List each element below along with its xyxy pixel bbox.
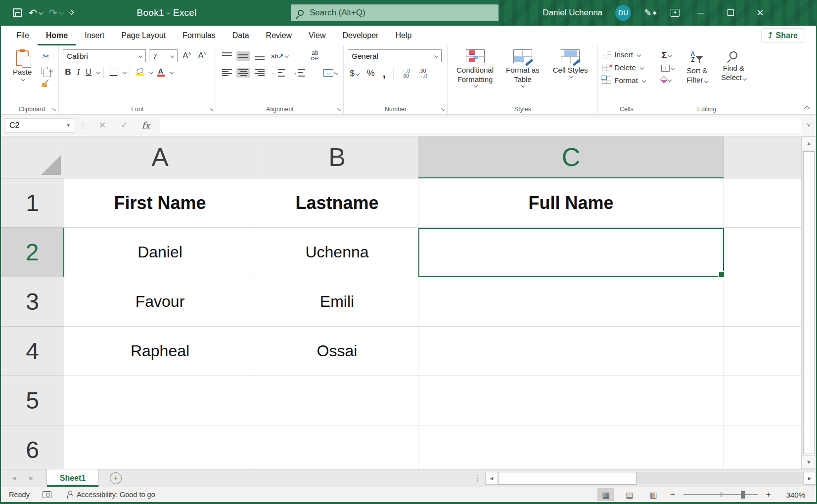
top-align-button[interactable] [220,51,234,61]
save-button[interactable] [13,8,22,17]
cell-a4[interactable]: Rapheal [64,327,256,376]
cell-a6[interactable] [64,425,256,469]
tab-page-layout[interactable]: Page Layout [113,26,174,45]
zoom-slider-thumb[interactable] [741,491,745,499]
cell-b1[interactable]: Lastname [256,178,418,228]
borders-dropdown-icon[interactable] [123,70,127,74]
normal-view-button[interactable]: ▦ [597,488,614,501]
row-header-2-selected[interactable]: 2 [1,228,64,277]
fill-button[interactable]: ↓ [659,64,676,73]
copy-dropdown-icon[interactable] [49,68,53,72]
italic-button[interactable]: I [75,66,82,78]
paste-dropdown-icon[interactable] [21,77,25,81]
horizontal-scrollbar-track[interactable] [498,472,803,484]
decrease-decimal-button[interactable]: .00→.0 [416,68,429,80]
tab-home[interactable]: Home [38,26,76,45]
cell-d4[interactable] [724,327,801,376]
cell-d6[interactable] [724,425,801,469]
number-format-select[interactable]: General [348,49,442,62]
row-header-1[interactable]: 1 [1,178,64,228]
comma-style-button[interactable]: , [381,69,388,78]
insert-cells-button[interactable]: Insert [602,50,645,59]
decrease-indent-button[interactable]: ← [269,68,287,78]
percent-style-button[interactable]: % [365,67,377,80]
tab-splitter-icon[interactable]: ⋮ [470,469,485,487]
minimize-button[interactable]: ─ [692,8,709,18]
cell-b4[interactable]: Ossai [256,327,418,376]
avatar[interactable]: DU [615,5,631,21]
undo-button[interactable]: ↶ [29,7,42,19]
underline-button[interactable]: U [84,67,93,78]
cut-button[interactable]: ✂ [40,50,54,63]
horizontal-scrollbar-thumb[interactable] [498,472,636,485]
customize-qat-button[interactable] [69,11,73,15]
column-header-partial[interactable] [724,136,801,178]
paste-button[interactable]: Paste [9,49,36,82]
conditional-formatting-button[interactable]: Conditional Formatting [452,49,498,87]
row-header-5[interactable]: 5 [1,376,64,425]
orientation-button[interactable]: ab↗ [269,51,290,61]
vertical-scrollbar-thumb[interactable] [803,151,815,454]
new-sheet-button[interactable]: + [110,472,122,484]
delete-cells-button[interactable]: Delete [602,63,645,72]
cell-styles-button[interactable]: Cell Styles [547,49,593,78]
confirm-entry-button[interactable]: ✓ [113,120,135,130]
sheet-tab-sheet1[interactable]: Sheet1 [46,469,99,487]
font-name-select[interactable]: Calibri [63,49,146,62]
tab-help[interactable]: Help [387,26,420,45]
name-box[interactable]: C2▾ [5,118,74,133]
user-name[interactable]: Daniel Uchenna [543,8,602,18]
ribbon-display-options-icon[interactable]: ▲ [671,9,680,17]
format-cells-button[interactable]: Format [602,76,645,84]
middle-align-button[interactable] [236,51,250,61]
scroll-left-icon[interactable]: ◄ [485,472,498,485]
expand-formula-bar-icon[interactable]: ˅ [801,122,816,129]
underline-dropdown-icon[interactable] [96,70,100,74]
cell-c6[interactable] [418,425,724,469]
formula-bar-splitter[interactable]: ⋮ [79,121,87,130]
page-layout-view-button[interactable]: ▤ [621,488,638,501]
name-box-dropdown-icon[interactable]: ▾ [67,122,70,128]
copy-button[interactable] [40,66,54,75]
font-size-select[interactable]: 7 [149,49,178,62]
cell-c1[interactable]: Full Name [418,178,724,228]
column-header-b[interactable]: B [256,136,418,178]
bottom-align-button[interactable] [253,51,267,61]
alignment-dialog-launcher-icon[interactable]: ↘ [336,106,341,113]
scroll-down-icon[interactable]: ▼ [802,455,816,469]
increase-decimal-button[interactable]: ←.0.00 [399,68,412,80]
cell-d1[interactable] [724,178,801,228]
fill-color-button[interactable] [134,68,146,77]
cell-a3[interactable]: Favour [64,277,256,327]
increase-indent-button[interactable]: → [289,68,307,78]
cell-c2-active[interactable] [418,228,724,277]
cell-d3[interactable] [724,277,801,327]
sort-filter-button[interactable]: AZ Sort & Filter [681,49,713,84]
share-button[interactable]: ⤴Share [761,28,805,43]
scroll-up-icon[interactable]: ▲ [802,136,816,150]
fill-color-dropdown-icon[interactable] [149,70,153,74]
cell-c5[interactable] [418,376,724,425]
align-left-button[interactable] [220,68,234,78]
cell-b2[interactable]: Uchenna [256,228,418,277]
tab-data[interactable]: Data [224,26,258,45]
maximize-button[interactable] [722,8,739,18]
cell-d2[interactable] [724,228,801,277]
cell-b6[interactable] [256,425,418,469]
close-button[interactable]: ✕ [752,7,769,18]
cell-a2[interactable]: Daniel [64,228,256,277]
accounting-format-button[interactable]: $ [348,68,361,80]
macro-recording-icon[interactable] [43,491,51,498]
zoom-slider[interactable] [683,494,758,495]
collapse-ribbon-icon[interactable] [804,106,810,112]
align-right-button[interactable] [253,68,267,78]
font-color-dropdown-icon[interactable] [170,70,174,74]
vertical-scrollbar[interactable]: ▲ ▼ [801,136,816,469]
borders-button[interactable] [107,68,120,77]
previous-sheet-icon[interactable]: ◄ [11,474,17,482]
cell-a5[interactable] [64,376,256,425]
increase-font-size-button[interactable]: A˄ [181,50,193,62]
number-dialog-launcher-icon[interactable]: ↘ [440,106,445,113]
tab-review[interactable]: Review [258,26,300,45]
redo-dropdown-icon[interactable] [58,10,63,15]
